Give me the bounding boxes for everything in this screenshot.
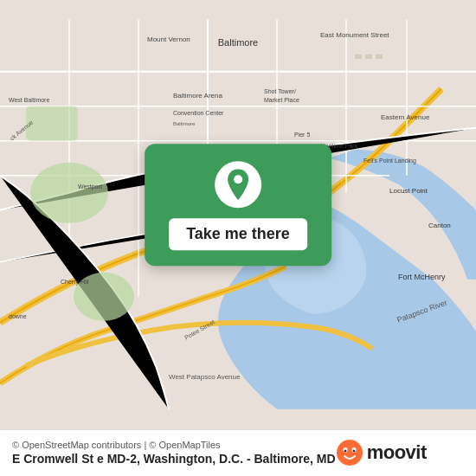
svg-rect-38 xyxy=(365,55,372,59)
svg-text:Fell's Point Landing: Fell's Point Landing xyxy=(363,158,416,164)
app: Baltimore Eastern Avenue Fell's Point La… xyxy=(0,0,476,476)
svg-text:Locust Point: Locust Point xyxy=(389,187,428,195)
svg-text:Baltimore: Baltimore xyxy=(173,121,196,126)
location-icon-wrapper xyxy=(215,161,261,208)
svg-rect-37 xyxy=(355,55,362,59)
svg-text:Mount Vernon: Mount Vernon xyxy=(147,35,190,43)
svg-rect-39 xyxy=(376,55,383,59)
svg-text:West Baltimore: West Baltimore xyxy=(9,97,49,103)
svg-text:Canton: Canton xyxy=(428,222,451,229)
bottom-content: © OpenStreetMap contributors | © OpenMap… xyxy=(12,439,336,467)
address-text: E Cromwell St e MD-2, Washington, D.C. -… xyxy=(12,452,336,466)
location-pin-icon xyxy=(225,169,251,200)
map-container: Baltimore Eastern Avenue Fell's Point La… xyxy=(0,0,476,429)
moovit-logo: moovit xyxy=(336,439,427,466)
svg-text:Cherry Hill: Cherry Hill xyxy=(61,279,89,286)
svg-point-11 xyxy=(30,163,108,223)
svg-point-44 xyxy=(344,450,346,453)
svg-text:Shot Tower/: Shot Tower/ xyxy=(264,88,296,94)
attribution-text: © OpenStreetMap contributors | © OpenMap… xyxy=(12,439,336,452)
moovit-brand-text: moovit xyxy=(367,441,427,464)
take-me-there-button[interactable]: Take me there xyxy=(169,218,307,250)
svg-text:Baltimore: Baltimore xyxy=(218,37,258,48)
svg-text:East Monument Street: East Monument Street xyxy=(320,31,389,39)
moovit-icon xyxy=(336,439,363,466)
svg-point-40 xyxy=(234,175,242,183)
svg-text:Convention Center: Convention Center xyxy=(173,110,224,116)
overlay-card: Take me there xyxy=(145,144,331,266)
svg-text:Eastern Avenue: Eastern Avenue xyxy=(381,113,430,121)
svg-text:Fort McHenry: Fort McHenry xyxy=(398,273,446,281)
svg-text:Pier 5: Pier 5 xyxy=(294,132,310,138)
svg-text:West Patapsco Avenue: West Patapsco Avenue xyxy=(169,373,241,381)
svg-text:Baltimore Arena: Baltimore Arena xyxy=(173,92,222,100)
svg-text:downe: downe xyxy=(9,313,27,319)
bottom-bar: © OpenStreetMap contributors | © OpenMap… xyxy=(0,429,476,476)
svg-point-45 xyxy=(352,450,355,453)
svg-text:Market Place: Market Place xyxy=(264,97,299,103)
svg-point-41 xyxy=(337,440,363,466)
svg-text:Westport: Westport xyxy=(78,183,102,190)
